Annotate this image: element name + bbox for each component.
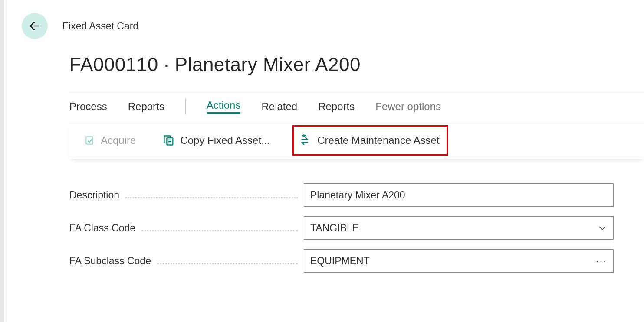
chevron-down-icon[interactable] xyxy=(598,223,607,233)
form-area: Description Planetary Mixer A200 FA Clas… xyxy=(69,183,644,273)
page-root: Fixed Asset Card FA000110 · Planetary Mi… xyxy=(0,0,644,322)
breadcrumb: Fixed Asset Card xyxy=(62,20,138,32)
fa-subclass-input[interactable]: EQUIPMENT ··· xyxy=(304,249,614,273)
description-label: Description xyxy=(69,189,119,201)
row-description: Description Planetary Mixer A200 xyxy=(69,183,614,207)
description-label-wrap: Description xyxy=(69,189,304,201)
dots-filler xyxy=(157,263,298,264)
create-maintenance-label: Create Maintenance Asset xyxy=(317,134,440,146)
back-button[interactable] xyxy=(22,13,48,39)
fa-class-label: FA Class Code xyxy=(69,222,135,234)
tab-reports-1[interactable]: Reports xyxy=(128,101,164,113)
action-bar: Acquire Copy Fixed Asset... xyxy=(69,122,644,159)
tab-related[interactable]: Related xyxy=(261,101,297,113)
header-row: Fixed Asset Card xyxy=(4,0,644,39)
acquire-button[interactable]: Acquire xyxy=(80,132,140,149)
acquire-label: Acquire xyxy=(101,134,136,146)
dots-filler xyxy=(141,230,298,231)
create-asset-icon xyxy=(300,134,312,146)
tab-row: Process Reports Actions Related Reports … xyxy=(69,91,644,122)
fa-class-label-wrap: FA Class Code xyxy=(69,222,304,234)
action-bar-container: Acquire Copy Fixed Asset... xyxy=(69,122,644,159)
dots-filler xyxy=(125,197,298,198)
tab-separator xyxy=(185,98,186,115)
arrow-left-icon xyxy=(28,20,41,33)
description-input[interactable]: Planetary Mixer A200 xyxy=(304,183,614,207)
copy-label: Copy Fixed Asset... xyxy=(180,134,270,146)
fa-subclass-label-wrap: FA Subclass Code xyxy=(69,255,304,267)
fa-class-input[interactable]: TANGIBLE xyxy=(304,216,614,240)
tab-actions[interactable]: Actions xyxy=(207,99,241,114)
description-value: Planetary Mixer A200 xyxy=(310,189,405,201)
fa-subclass-value: EQUIPMENT xyxy=(310,255,370,267)
tab-reports-2[interactable]: Reports xyxy=(318,101,355,113)
copy-icon xyxy=(163,134,175,146)
ellipsis-icon[interactable]: ··· xyxy=(596,256,607,266)
acquire-icon xyxy=(84,135,95,146)
tab-fewer-options[interactable]: Fewer options xyxy=(375,101,441,113)
row-fa-class: FA Class Code TANGIBLE xyxy=(69,216,614,240)
tab-process[interactable]: Process xyxy=(69,101,107,113)
page-title: FA000110 · Planetary Mixer A200 xyxy=(69,54,644,75)
row-fa-subclass: FA Subclass Code EQUIPMENT ··· xyxy=(69,249,614,273)
fa-class-value: TANGIBLE xyxy=(310,222,359,234)
copy-fixed-asset-button[interactable]: Copy Fixed Asset... xyxy=(158,132,274,149)
fa-subclass-label: FA Subclass Code xyxy=(69,255,151,267)
create-maintenance-asset-button[interactable]: Create Maintenance Asset xyxy=(292,125,448,156)
